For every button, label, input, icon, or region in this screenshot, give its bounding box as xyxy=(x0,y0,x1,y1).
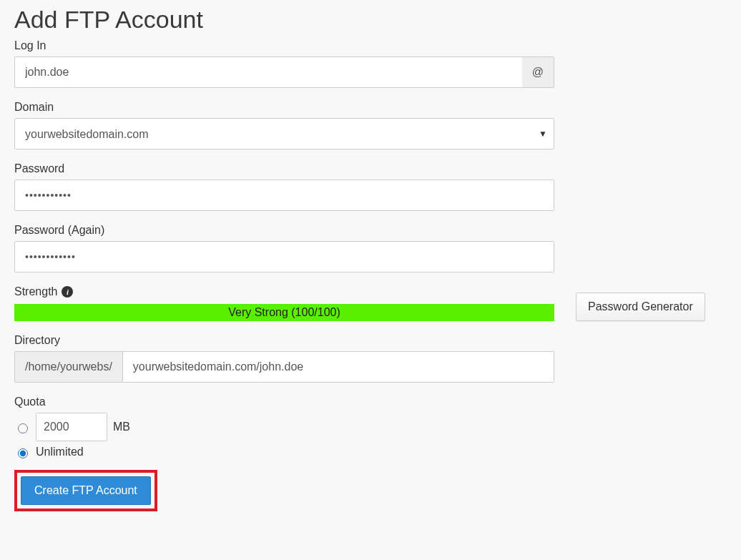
domain-label: Domain xyxy=(14,101,554,114)
login-input[interactable] xyxy=(14,57,522,88)
directory-input[interactable] xyxy=(122,351,554,383)
password-label: Password xyxy=(14,162,554,175)
at-addon: @ xyxy=(522,57,554,88)
quota-label: Quota xyxy=(14,396,554,408)
quota-mb-input[interactable] xyxy=(36,413,107,441)
password-generator-button[interactable]: Password Generator xyxy=(576,293,705,321)
quota-unlimited-label: Unlimited xyxy=(36,446,84,458)
directory-prefix: /home/yourwebs/ xyxy=(14,351,122,383)
quota-mb-unit: MB xyxy=(113,421,130,433)
strength-meter: Very Strong (100/100) xyxy=(14,304,554,321)
info-icon[interactable]: i xyxy=(62,286,73,298)
quota-limited-radio[interactable] xyxy=(18,423,28,433)
submit-highlight: Create FTP Account xyxy=(14,470,157,511)
password-input[interactable] xyxy=(14,180,554,211)
page-title: Add FTP Account xyxy=(14,6,727,34)
password-again-label: Password (Again) xyxy=(14,224,554,237)
strength-label: Strength xyxy=(14,285,57,298)
password-again-input[interactable] xyxy=(14,241,554,272)
quota-unlimited-radio[interactable] xyxy=(18,448,28,458)
create-ftp-account-button[interactable]: Create FTP Account xyxy=(21,476,151,505)
directory-label: Directory xyxy=(14,334,554,347)
login-label: Log In xyxy=(14,39,554,52)
domain-select[interactable]: yourwebsitedomain.com xyxy=(14,118,554,149)
